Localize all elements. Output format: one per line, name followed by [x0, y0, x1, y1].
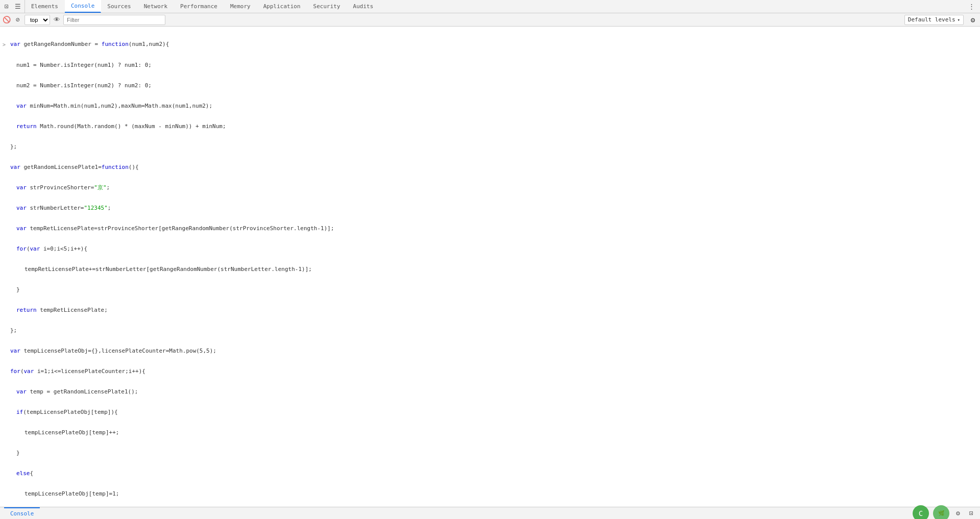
code-line: }: [0, 450, 980, 457]
code-line: var tempRetLicensePlate=strProvinceShort…: [0, 225, 980, 232]
filter-input[interactable]: [63, 15, 165, 25]
code-line: num2 = Number.isInteger(num2) ? num2: 0;: [0, 82, 980, 89]
devtools-icons: ⊡ ☰: [0, 0, 25, 13]
chevron-down-icon: ▾: [958, 17, 960, 22]
avatar: C: [913, 505, 929, 520]
code-line: for(var i=1;i<=licensePlateCounter;i++){: [0, 368, 980, 375]
tab-performance[interactable]: Performance: [174, 0, 224, 13]
code-line: }: [0, 286, 980, 293]
code-line: else{: [0, 470, 980, 477]
eye-icon[interactable]: 👁: [52, 15, 61, 24]
bottom-status: C 🌿 ⚙ ⊡: [913, 505, 976, 520]
context-selector[interactable]: top: [24, 15, 50, 25]
console-content: >var getRangeRandomNumber = function(num…: [0, 27, 980, 507]
default-levels-button[interactable]: Default levels ▾: [904, 15, 964, 25]
tab-application[interactable]: Application: [257, 0, 307, 13]
filter-icon[interactable]: ⊘: [13, 15, 22, 24]
code-line: >var getRangeRandomNumber = function(num…: [0, 41, 980, 48]
devtools-tabs: Elements Console Sources Network Perform…: [25, 0, 380, 13]
code-line: return Math.round(Math.random() * (maxNu…: [0, 123, 980, 130]
code-line: return tempRetLicensePlate;: [0, 307, 980, 314]
code-line: var strProvinceShorter="京";: [0, 184, 980, 191]
tab-network[interactable]: Network: [138, 0, 174, 13]
code-line: tempLicensePlateObj[temp]=1;: [0, 490, 980, 498]
code-line: num1 = Number.isInteger(num1) ? num1: 0;: [0, 62, 980, 69]
avatar-2: 🌿: [933, 505, 949, 520]
console-toolbar: 🚫 ⊘ top 👁 Default levels ▾ ⚙: [0, 13, 980, 27]
inspect-icon[interactable]: ⊡: [2, 2, 11, 11]
code-line: tempLicensePlateObj[temp]++;: [0, 429, 980, 436]
device-icon[interactable]: ☰: [13, 2, 22, 11]
bottom-extra-icon[interactable]: ⊡: [967, 509, 976, 518]
code-line: for(var i=0;i<5;i++){: [0, 245, 980, 253]
tab-elements[interactable]: Elements: [25, 0, 65, 13]
devtools-settings-icon[interactable]: ⋮: [967, 2, 976, 11]
bottom-settings-icon[interactable]: ⚙: [953, 509, 963, 518]
code-line: var strNumberLetter="12345";: [0, 205, 980, 212]
code-line: if(tempLicensePlateObj[temp]){: [0, 409, 980, 416]
code-line: tempRetLicensePlate+=strNumberLetter[get…: [0, 266, 980, 273]
tab-audits[interactable]: Audits: [347, 0, 380, 13]
code-line: var minNum=Math.min(num1,num2),maxNum=Ma…: [0, 103, 980, 110]
tab-memory[interactable]: Memory: [224, 0, 257, 13]
tab-security[interactable]: Security: [307, 0, 347, 13]
code-block: >var getRangeRandomNumber = function(num…: [0, 27, 980, 507]
tab-sources[interactable]: Sources: [101, 0, 137, 13]
devtools-tabbar: ⊡ ☰ Elements Console Sources Network Per…: [0, 0, 980, 13]
code-line: var temp = getRandomLicensePlate1();: [0, 388, 980, 396]
bottom-tab-console[interactable]: Console: [4, 507, 40, 519]
code-line: };: [0, 327, 980, 334]
code-line: var tempLicensePlateObj={},licensePlateC…: [0, 348, 980, 355]
console-settings-icon[interactable]: ⚙: [968, 15, 978, 25]
code-line: };: [0, 143, 980, 151]
bottom-bar: Console C 🌿 ⚙ ⊡: [0, 507, 980, 519]
code-line: var getRandomLicensePlate1=function(){: [0, 164, 980, 171]
tab-console[interactable]: Console: [65, 0, 101, 13]
console-toolbar-left: 🚫 ⊘ top 👁: [2, 15, 165, 25]
clear-console-icon[interactable]: 🚫: [2, 15, 11, 24]
